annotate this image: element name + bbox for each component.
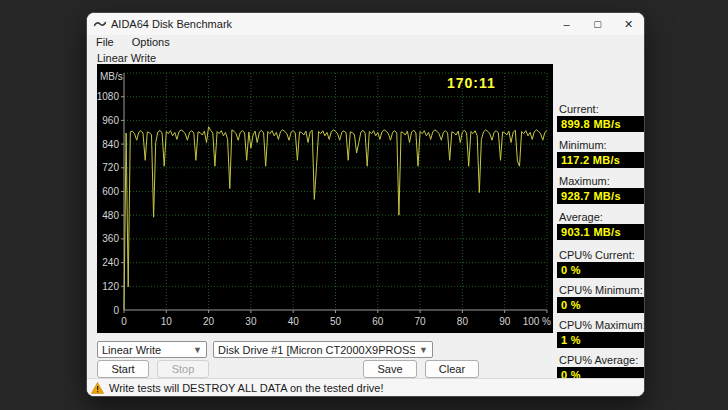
x-tick-label: 30 (245, 316, 257, 327)
y-tick-label: 960 (102, 115, 119, 126)
stat-group: Current:899.8 MB/s (557, 103, 644, 132)
y-tick-label: 120 (102, 281, 119, 292)
y-tick-label: 600 (102, 186, 119, 197)
y-tick-label: 480 (102, 210, 119, 221)
stat-group: CPU% Minimum:0 % (557, 284, 644, 313)
chart-svg: MB/s012024036048060072084096010800102030… (97, 64, 553, 333)
stat-group: CPU% Maximum:1 % (557, 319, 644, 348)
stat-label: CPU% Current: (557, 249, 644, 261)
stat-label: CPU% Minimum: (557, 284, 644, 296)
drive-select[interactable]: Disk Drive #1 [Micron CT2000X9PROSSD9] (… (213, 341, 433, 358)
stat-value: 1 % (557, 332, 644, 348)
clear-button[interactable]: Clear (425, 360, 479, 378)
x-tick-label: 40 (288, 316, 300, 327)
title-bar[interactable]: AIDA64 Disk Benchmark – ▢ ✕ (87, 13, 644, 35)
start-button[interactable]: Start (97, 360, 149, 378)
x-tick-label: 90 (499, 316, 511, 327)
window-title: AIDA64 Disk Benchmark (111, 18, 232, 30)
x-tick-label: 0 (121, 316, 127, 327)
stop-button[interactable]: Stop (157, 360, 209, 378)
app-icon (94, 19, 106, 29)
menu-bar: File Options (87, 35, 644, 49)
y-tick-label: 0 (113, 305, 119, 316)
status-warning-text: Write tests will DESTROY ALL DATA on the… (109, 382, 384, 394)
status-bar: Write tests will DESTROY ALL DATA on the… (87, 378, 644, 396)
y-tick-label: 240 (102, 257, 119, 268)
warning-icon (91, 382, 104, 394)
stat-label: Maximum: (557, 175, 644, 187)
test-type-value: Linear Write (102, 344, 189, 356)
stat-value: 928.7 MB/s (557, 188, 644, 204)
stat-label: Minimum: (557, 139, 644, 151)
desktop-background: { "window": { "title": "AIDA64 Disk Benc… (0, 0, 728, 410)
stat-value: 903.1 MB/s (557, 224, 644, 240)
stat-group: Average:903.1 MB/s (557, 211, 644, 240)
drive-select-value: Disk Drive #1 [Micron CT2000X9PROSSD9] (… (218, 344, 415, 356)
stat-group: CPU% Current:0 % (557, 249, 644, 278)
y-tick-label: 840 (102, 139, 119, 150)
minimize-icon[interactable]: – (551, 13, 582, 35)
y-tick-label: 360 (102, 233, 119, 244)
stat-label: CPU% Average: (557, 354, 644, 366)
stat-label: Average: (557, 211, 644, 223)
stat-value: 117.2 MB/s (557, 152, 644, 168)
test-type-select[interactable]: Linear Write ▼ (97, 341, 207, 358)
x-tick-label: 10 (161, 316, 173, 327)
maximize-icon[interactable]: ▢ (582, 13, 613, 35)
chevron-down-icon: ▼ (419, 345, 428, 355)
stat-value: 0 % (557, 297, 644, 313)
menu-file[interactable]: File (87, 36, 123, 48)
window-controls: – ▢ ✕ (551, 13, 644, 35)
y-tick-label: 720 (102, 162, 119, 173)
x-tick-label: 60 (372, 316, 384, 327)
stat-group: Maximum:928.7 MB/s (557, 175, 644, 204)
stat-label: Current: (557, 103, 644, 115)
stat-label: CPU% Maximum: (557, 319, 644, 331)
x-tick-label: 80 (457, 316, 469, 327)
y-tick-label: 1080 (97, 91, 119, 102)
x-tick-label: 20 (203, 316, 215, 327)
x-tick-label: 50 (330, 316, 342, 327)
x-tick-label: 70 (415, 316, 427, 327)
chevron-down-icon: ▼ (193, 345, 202, 355)
stat-value: 899.8 MB/s (557, 116, 644, 132)
x-tick-label: 100 % (523, 316, 551, 327)
close-icon[interactable]: ✕ (613, 13, 644, 35)
y-axis-unit-label: MB/s (100, 71, 123, 82)
save-button[interactable]: Save (363, 360, 417, 378)
stat-value: 0 % (557, 262, 644, 278)
elapsed-timer: 170:11 (447, 75, 496, 91)
chart-caption: Linear Write (97, 52, 156, 64)
app-window: AIDA64 Disk Benchmark – ▢ ✕ File Options… (86, 12, 645, 397)
stat-group: Minimum:117.2 MB/s (557, 139, 644, 168)
benchmark-chart: MB/s012024036048060072084096010800102030… (97, 64, 553, 333)
menu-options[interactable]: Options (123, 36, 179, 48)
